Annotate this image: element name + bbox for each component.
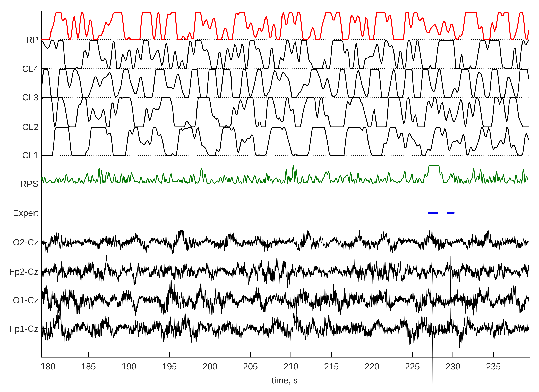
row-label-O2-Cz: O2-Cz [13,237,38,247]
row-label-RPS: RPS [20,179,38,189]
signal-traces-chart: 180185190195200205210215220225230235time… [0,0,539,392]
trace-CL4 [42,40,529,69]
x-axis-title: time, s [272,375,298,385]
trace-CL2 [42,98,529,127]
x-tick-label: 225 [405,361,420,371]
x-tick-label: 200 [203,361,217,371]
x-tick-label: 180 [41,361,55,371]
trace-O2-Cz [42,230,529,254]
x-tick-label: 205 [243,361,258,371]
x-tick-label: 195 [162,361,177,371]
x-tick-label: 210 [284,361,298,371]
row-label-Fp1-Cz: Fp1-Cz [10,324,38,334]
trace-CL3 [42,69,529,97]
x-tick-label: 235 [486,361,501,371]
row-label-CL3: CL3 [22,92,38,102]
trace-RPS [42,165,528,183]
row-label-Expert: Expert [13,208,38,218]
trace-RP [42,13,529,40]
trace-Fp2-Cz [42,251,529,288]
row-label-CL1: CL1 [22,150,38,160]
x-tick-label: 220 [365,361,379,371]
row-label-O1-Cz: O1-Cz [13,295,38,305]
row-label-CL4: CL4 [22,64,38,74]
x-tick-label: 190 [121,361,136,371]
trace-CL1 [42,128,529,155]
row-label-Fp2-Cz: Fp2-Cz [10,267,38,277]
eeg-analysis-figure: 180185190195200205210215220225230235time… [0,0,539,392]
x-tick-label: 215 [324,361,339,371]
x-tick-label: 185 [81,361,96,371]
row-label-RP: RP [26,35,38,45]
x-tick-label: 230 [446,361,460,371]
row-label-CL2: CL2 [22,122,38,132]
